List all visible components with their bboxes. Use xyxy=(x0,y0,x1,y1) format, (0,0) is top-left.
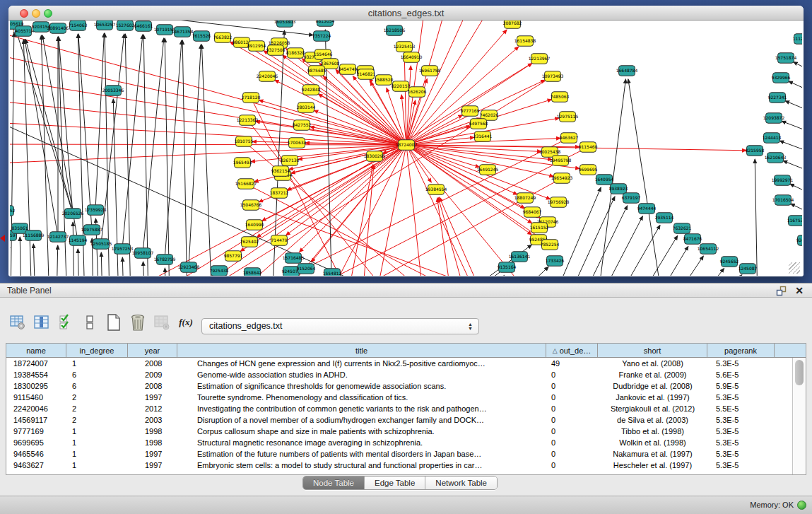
graph-node[interactable]: 9362154 xyxy=(271,166,290,177)
graph-node[interactable]: 15716485 xyxy=(283,253,305,264)
graph-node[interactable]: 9245082 xyxy=(796,235,802,246)
network-window-titlebar[interactable]: citations_edges.txt xyxy=(8,6,804,21)
graph-node[interactable]: 1640954 xyxy=(595,175,614,185)
graph-node[interactable]: 15166827 xyxy=(235,179,257,189)
graph-node[interactable]: 8471676 xyxy=(683,234,702,245)
graph-node[interactable]: 1858642 xyxy=(243,268,262,276)
graph-node[interactable]: 9463627 xyxy=(560,133,579,144)
graph-node[interactable]: 12213363 xyxy=(237,115,259,126)
graph-node[interactable]: 7154063 xyxy=(69,21,88,30)
graph-node[interactable]: 1527602 xyxy=(116,21,135,30)
graph-node[interactable]: 18807249 xyxy=(514,193,536,204)
table-row[interactable]: 1456911722003Disruption of a novel membe… xyxy=(6,414,806,426)
graph-node[interactable]: 1554646 xyxy=(314,49,333,60)
graph-node[interactable]: 16154838 xyxy=(514,36,536,47)
graph-node[interactable]: 1810755 xyxy=(235,136,254,147)
graph-node[interactable]: 18300295 xyxy=(364,151,386,162)
graph-node[interactable]: 1700634 xyxy=(288,138,307,148)
table-row[interactable]: 977716911998Corpus callosum shape and si… xyxy=(6,426,806,437)
graph-node[interactable]: 1167533 xyxy=(787,216,802,226)
delete-trash-icon[interactable] xyxy=(126,312,150,333)
table-row[interactable]: 969969511998Structural magnetic resonanc… xyxy=(6,437,806,448)
graph-node[interactable]: 12093872 xyxy=(763,113,785,124)
table-row[interactable]: 1830029562008Estimation of significance … xyxy=(6,380,806,392)
graph-node[interactable]: 2803144 xyxy=(297,103,316,113)
graph-node[interactable]: 7357224 xyxy=(312,31,331,42)
graph-node[interactable]: 15751874 xyxy=(775,53,797,64)
graph-node[interactable]: 1554812 xyxy=(323,269,342,276)
column-header-name[interactable]: name xyxy=(6,344,66,357)
graph-node[interactable]: 12923468 xyxy=(178,262,200,273)
graph-node[interactable]: 8427552 xyxy=(293,120,312,131)
graph-node[interactable]: 10653257 xyxy=(94,21,116,30)
graph-node[interactable]: 17957253 xyxy=(112,244,134,255)
graph-node[interactable]: 8267130 xyxy=(281,156,300,166)
graph-node[interactable]: 12213967 xyxy=(529,54,551,64)
graph-node[interactable]: 8186328 xyxy=(286,48,305,59)
graph-node[interactable]: 9152064 xyxy=(297,264,316,274)
graph-node[interactable]: 7625402 xyxy=(240,237,259,247)
graph-node[interactable]: 6466161 xyxy=(134,21,153,32)
graph-node[interactable]: 7632621 xyxy=(673,223,692,234)
graph-node[interactable]: 6497568 xyxy=(469,119,488,129)
tab-network-table[interactable]: Network Table xyxy=(425,477,497,489)
graph-node[interactable]: 12975115 xyxy=(557,112,579,122)
graph-node[interactable]: 19992971 xyxy=(772,175,794,186)
graph-node[interactable]: 19654923 xyxy=(551,173,573,184)
graph-node[interactable]: 15046766 xyxy=(240,200,262,211)
table-scrollbar[interactable] xyxy=(792,358,806,474)
graph-node[interactable]: 7852254 xyxy=(541,240,560,250)
graph-node[interactable]: 1245087 xyxy=(739,264,758,274)
graph-node[interactable]: 1112054 xyxy=(793,34,802,45)
graph-node[interactable]: 9227341 xyxy=(768,93,787,103)
graph-node[interactable]: 16640910 xyxy=(401,52,423,63)
network-canvas[interactable]: 3205619140557149203154208914067154063106… xyxy=(10,21,802,276)
graph-node[interactable]: 22420046 xyxy=(257,71,278,82)
graph-node[interactable]: 19384554 xyxy=(425,185,447,195)
graph-node[interactable]: 7485063 xyxy=(551,92,570,103)
graph-node[interactable]: 14671358 xyxy=(172,27,194,37)
memory-status-icon[interactable] xyxy=(797,501,806,510)
graph-node[interactable]: 9329966 xyxy=(772,73,791,83)
network-window[interactable]: citations_edges.txt 32056191405571492031… xyxy=(8,6,804,276)
column-header-in_degree[interactable]: in_degree xyxy=(66,344,128,357)
graph-node[interactable]: 8938923 xyxy=(609,184,628,194)
graph-node[interactable]: 2520652 xyxy=(10,206,16,216)
row-height-icon[interactable] xyxy=(78,312,102,333)
column-header-year[interactable]: year xyxy=(128,344,177,357)
function-builder-icon[interactable]: f(x) xyxy=(174,312,198,333)
column-header-out_de[interactable]: △out_de… xyxy=(546,344,598,357)
graph-node[interactable]: 16491245 xyxy=(477,165,499,175)
graph-node[interactable]: 9242848 xyxy=(302,85,321,95)
graph-node[interactable]: 10973493 xyxy=(542,71,564,82)
graph-node[interactable]: 10958107 xyxy=(132,248,154,259)
graph-node[interactable]: 12325413 xyxy=(394,42,416,52)
graph-node[interactable]: 11156889 xyxy=(23,230,45,241)
graph-node[interactable]: 17359928 xyxy=(85,205,107,216)
graph-node[interactable]: 19756928 xyxy=(548,197,570,208)
graph-node[interactable]: 6379197 xyxy=(622,193,641,204)
network-graph[interactable]: 3205619140557149203154208914067154063106… xyxy=(10,21,802,276)
table-row[interactable]: 1938455462009Genome-wide association stu… xyxy=(6,369,806,380)
graph-node[interactable]: 7925438 xyxy=(210,266,229,276)
graph-node[interactable]: 2935114 xyxy=(655,213,674,223)
graph-node[interactable]: 9135164 xyxy=(498,262,517,273)
graph-node[interactable]: 18724007 xyxy=(396,140,418,151)
table-selector-dropdown[interactable]: citations_edges.txt ▲▼ xyxy=(201,318,479,334)
graph-node[interactable]: 1244413 xyxy=(763,133,782,144)
column-header-pagerank[interactable]: pagerank xyxy=(707,344,775,357)
column-header-short[interactable]: short xyxy=(598,344,707,357)
graph-node[interactable]: 10975887 xyxy=(81,225,103,235)
graph-node[interactable]: 12505185 xyxy=(90,239,112,250)
graph-node[interactable]: 7663822 xyxy=(213,33,233,43)
graph-node[interactable]: 9684067 xyxy=(523,207,542,218)
graph-node[interactable]: 9327508 xyxy=(266,45,286,56)
graph-node[interactable]: 16648784 xyxy=(616,66,638,76)
graph-node[interactable]: 1145194 xyxy=(69,235,88,246)
table-row[interactable]: 946554611997Estimation of the future num… xyxy=(6,448,806,460)
graph-node[interactable]: 19495798 xyxy=(550,156,572,166)
window-resize-grip[interactable] xyxy=(789,262,800,274)
table-row[interactable]: 911546021997Tourette syndrome. Phenomeno… xyxy=(6,392,806,403)
graph-node[interactable]: 2718120 xyxy=(242,93,261,103)
graph-node[interactable]: 15218506 xyxy=(384,25,406,36)
